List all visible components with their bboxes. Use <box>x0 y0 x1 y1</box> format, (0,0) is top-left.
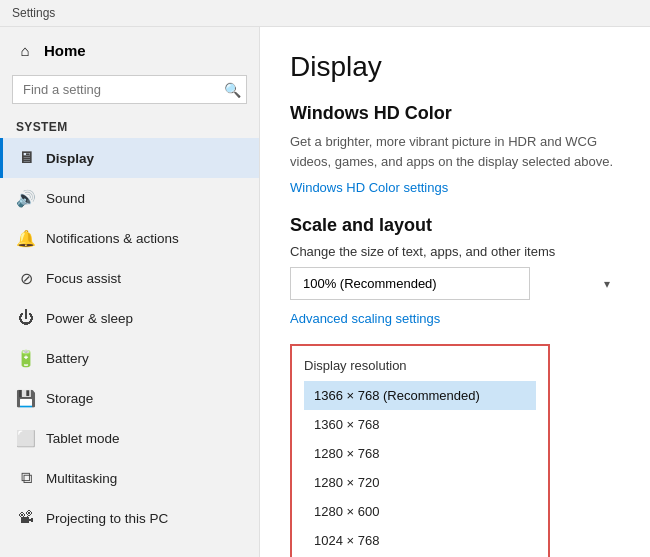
chevron-down-icon: ▾ <box>604 277 610 291</box>
sidebar: ⌂ Home 🔍 System 🖥Display🔊Sound🔔Notificat… <box>0 27 260 557</box>
sidebar-item-label-display: Display <box>46 151 94 166</box>
sidebar-item-label-storage: Storage <box>46 391 93 406</box>
resolution-list-item[interactable]: 1366 × 768 (Recommended) <box>304 381 536 410</box>
sidebar-item-label-sound: Sound <box>46 191 85 206</box>
display-icon: 🖥 <box>16 148 36 168</box>
hd-color-title: Windows HD Color <box>290 103 620 124</box>
resolution-list-item[interactable]: 1280 × 768 <box>304 439 536 468</box>
sidebar-item-projecting[interactable]: 📽Projecting to this PC <box>0 498 259 538</box>
sidebar-item-label-notifications: Notifications & actions <box>46 231 179 246</box>
sidebar-item-display[interactable]: 🖥Display <box>0 138 259 178</box>
resolution-list-item[interactable]: 1360 × 768 <box>304 410 536 439</box>
sidebar-item-label-battery: Battery <box>46 351 89 366</box>
sidebar-section-label: System <box>0 114 259 138</box>
scale-dropdown[interactable]: 100% (Recommended)125%150%175% <box>290 267 530 300</box>
resolution-section: Display resolution 1366 × 768 (Recommend… <box>290 344 550 557</box>
sidebar-item-multitasking[interactable]: ⧉Multitasking <box>0 458 259 498</box>
scale-layout-title: Scale and layout <box>290 215 620 236</box>
search-button[interactable]: 🔍 <box>224 82 241 98</box>
sidebar-item-tablet[interactable]: ⬜Tablet mode <box>0 418 259 458</box>
sidebar-home[interactable]: ⌂ Home <box>0 27 259 69</box>
resolution-list-item[interactable]: 1024 × 768 <box>304 526 536 555</box>
sidebar-item-power[interactable]: ⏻Power & sleep <box>0 298 259 338</box>
title-bar-label: Settings <box>12 6 55 20</box>
title-bar: Settings <box>0 0 650 27</box>
resolution-list-item[interactable]: 1280 × 600 <box>304 497 536 526</box>
tablet-icon: ⬜ <box>16 428 36 448</box>
scale-change-label: Change the size of text, apps, and other… <box>290 244 620 259</box>
storage-icon: 💾 <box>16 388 36 408</box>
focus-icon: ⊘ <box>16 268 36 288</box>
main-content: Display Windows HD Color Get a brighter,… <box>260 27 650 557</box>
resolution-label: Display resolution <box>304 358 536 373</box>
sidebar-item-battery[interactable]: 🔋Battery <box>0 338 259 378</box>
scale-dropdown-container: 100% (Recommended)125%150%175% ▾ <box>290 267 620 300</box>
sidebar-item-label-projecting: Projecting to this PC <box>46 511 168 526</box>
battery-icon: 🔋 <box>16 348 36 368</box>
home-icon: ⌂ <box>16 41 34 59</box>
sound-icon: 🔊 <box>16 188 36 208</box>
sidebar-item-storage[interactable]: 💾Storage <box>0 378 259 418</box>
notifications-icon: 🔔 <box>16 228 36 248</box>
search-box-container: 🔍 <box>12 75 247 104</box>
sidebar-item-sound[interactable]: 🔊Sound <box>0 178 259 218</box>
sidebar-item-focus[interactable]: ⊘Focus assist <box>0 258 259 298</box>
hd-color-section: Windows HD Color Get a brighter, more vi… <box>290 103 620 195</box>
search-input[interactable] <box>12 75 247 104</box>
multitasking-icon: ⧉ <box>16 468 36 488</box>
resolution-list-item[interactable]: 1280 × 720 <box>304 468 536 497</box>
sidebar-items-container: 🖥Display🔊Sound🔔Notifications & actions⊘F… <box>0 138 259 538</box>
power-icon: ⏻ <box>16 308 36 328</box>
scale-layout-section: Scale and layout Change the size of text… <box>290 215 620 326</box>
page-title: Display <box>290 51 620 83</box>
projecting-icon: 📽 <box>16 508 36 528</box>
sidebar-item-label-focus: Focus assist <box>46 271 121 286</box>
resolution-list: 1366 × 768 (Recommended)1360 × 7681280 ×… <box>304 381 536 555</box>
advanced-scaling-link[interactable]: Advanced scaling settings <box>290 311 440 326</box>
hd-color-desc: Get a brighter, more vibrant picture in … <box>290 132 620 171</box>
sidebar-item-label-multitasking: Multitasking <box>46 471 117 486</box>
sidebar-item-label-tablet: Tablet mode <box>46 431 120 446</box>
sidebar-item-notifications[interactable]: 🔔Notifications & actions <box>0 218 259 258</box>
home-label: Home <box>44 42 86 59</box>
hd-color-link[interactable]: Windows HD Color settings <box>290 180 448 195</box>
sidebar-item-label-power: Power & sleep <box>46 311 133 326</box>
app-container: ⌂ Home 🔍 System 🖥Display🔊Sound🔔Notificat… <box>0 27 650 557</box>
